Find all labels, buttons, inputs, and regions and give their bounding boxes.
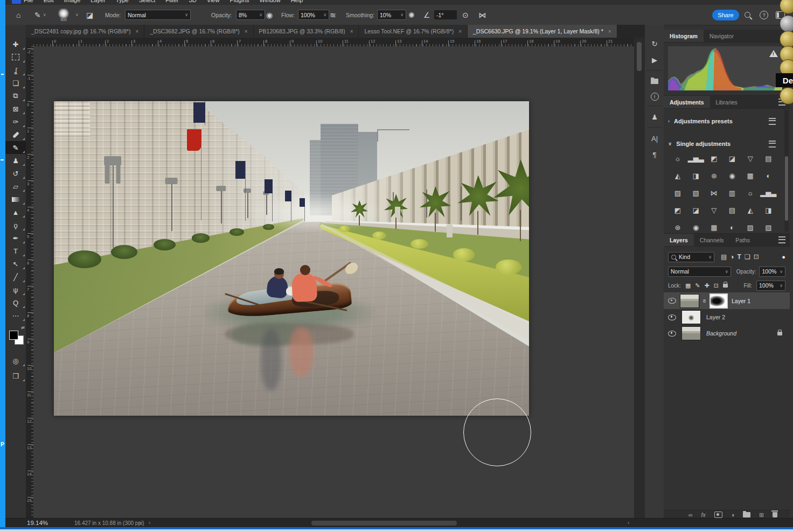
menu-item-image[interactable]: Image (64, 0, 81, 3)
filter-shape-icon[interactable]: ❏ (745, 253, 750, 261)
gradient-tool[interactable] (5, 193, 26, 206)
adjustment-icon[interactable]: ◪ (690, 205, 702, 215)
adjustment-icon[interactable]: ◭ (744, 205, 757, 215)
layer-filter-kind-select[interactable]: Kind∨ (668, 252, 714, 262)
document-tab-active[interactable]: _DSC6630.JPG @ 19.1% (Layer 1, Layer Mas… (468, 25, 617, 38)
tab-channels[interactable]: Channels (694, 234, 729, 246)
layer-row-background[interactable]: Background (664, 325, 790, 341)
horizontal-scrollbar[interactable] (311, 521, 457, 526)
blend-mode-select[interactable]: Normal∨ (125, 10, 191, 20)
tab-navigator[interactable]: Navigator (704, 30, 740, 42)
help-icon[interactable]: ? (760, 11, 768, 19)
lock-all-icon[interactable] (723, 284, 728, 288)
document-tab[interactable]: PB120683.JPG @ 33.3% (RGB/8)× (254, 25, 359, 38)
new-layer-icon[interactable]: ⊞ (759, 512, 764, 518)
brush-tool[interactable]: ✎ (5, 141, 26, 154)
lasso-tool[interactable]: ʆ (5, 64, 26, 76)
adjustment-icon[interactable]: ▨ (671, 187, 684, 198)
adjustment-icon[interactable]: ◉ (726, 170, 739, 181)
layer-thumbnail[interactable] (681, 310, 701, 324)
layer-thumbnail[interactable] (680, 294, 699, 308)
layer-row-layer2[interactable]: Layer 2 (664, 309, 790, 325)
close-icon[interactable]: × (245, 29, 248, 34)
ruler-origin-corner[interactable] (26, 38, 34, 47)
adjustment-icon[interactable]: ▂▅▃ (690, 153, 702, 164)
quick-mask-button[interactable]: ◎ (5, 354, 26, 367)
adjustment-icon[interactable]: ▤ (762, 153, 775, 164)
symmetry-butterfly-icon[interactable]: ⋈ (478, 11, 486, 19)
menu-item-file[interactable]: File (24, 0, 33, 3)
marquee-tool[interactable] (5, 51, 26, 64)
list-view-icon[interactable] (769, 141, 776, 148)
lock-paint-icon[interactable]: ✎ (695, 282, 700, 289)
clone-source-panel-icon[interactable]: ♟ (645, 110, 664, 124)
size-pressure-icon[interactable]: ⊙ (462, 11, 469, 19)
adjustment-icon[interactable]: ⊛ (671, 222, 684, 232)
filter-smart-object-icon[interactable]: ⊡ (754, 253, 759, 261)
filter-pixel-icon[interactable]: ▤ (721, 253, 727, 261)
adjustment-icon[interactable]: ▧ (762, 222, 775, 232)
crop-tool[interactable]: ⧉ (5, 89, 26, 102)
adjustment-icon[interactable]: ◨ (690, 170, 702, 181)
opacity-pressure-icon[interactable]: ◉ (266, 11, 273, 19)
layer-row-layer1[interactable]: 8 Layer 1 (664, 292, 790, 309)
layer-name[interactable]: Background (706, 330, 736, 337)
adjustment-icon[interactable]: ▽ (744, 153, 757, 164)
close-icon[interactable]: × (608, 29, 611, 34)
document-tab[interactable]: _DSC2481 copy.jpg @ 16.7% (RGB/8*)× (26, 25, 144, 38)
panel-menu-icon[interactable] (778, 236, 785, 243)
layer-effects-icon[interactable]: fx (701, 512, 706, 518)
list-view-icon[interactable] (769, 118, 776, 125)
adjustment-icon[interactable]: ▽ (707, 205, 720, 215)
filter-adjustment-icon[interactable]: ◑ (730, 253, 734, 261)
document-vertical-scrollbar[interactable] (634, 38, 644, 518)
eraser-tool[interactable]: ▱ (5, 180, 26, 193)
delete-layer-icon[interactable] (773, 512, 777, 517)
home-icon[interactable]: ⌂ (16, 11, 20, 19)
layer-opacity-field[interactable]: 100%∨ (759, 267, 785, 277)
mask-link-icon[interactable]: 8 (703, 298, 706, 304)
brush-picker-chevron[interactable]: ∨ (75, 12, 79, 17)
adjustment-icon[interactable]: ▦ (744, 170, 757, 181)
adjustment-icon[interactable]: ▨ (744, 222, 757, 232)
tool-preset-brush-icon[interactable]: ✎ (34, 11, 41, 19)
document-tab[interactable]: Lesso Tool.NEF @ 16.7% (RGB/8*)× (359, 25, 468, 38)
lock-transparent-icon[interactable]: ▦ (685, 282, 691, 289)
screen-mode-button[interactable]: ❒ (5, 369, 26, 382)
adjustment-icon[interactable]: ▧ (690, 187, 702, 198)
zoom-tool[interactable]: Q (5, 296, 26, 309)
edit-toolbar-icon[interactable]: ⋯ (5, 309, 26, 322)
tab-layers[interactable]: Layers (664, 234, 694, 246)
adjustment-icon[interactable]: ⊛ (707, 170, 720, 181)
opacity-field[interactable]: 8%∨ (236, 10, 265, 20)
history-brush-tool[interactable]: ↺ (5, 167, 26, 180)
menu-item-3d[interactable]: 3D (189, 0, 197, 3)
flow-field[interactable]: 100%∨ (298, 10, 329, 20)
move-tool[interactable]: ✚ (5, 38, 26, 51)
layer-name[interactable]: Layer 2 (706, 314, 725, 320)
visibility-eye-icon[interactable] (668, 298, 676, 304)
status-chevron-right[interactable]: › (139, 520, 141, 526)
scroll-chevron-right[interactable]: › (628, 520, 629, 526)
adjustment-icon[interactable]: ▤ (726, 205, 739, 215)
adjustment-icon[interactable]: ☼ (671, 153, 684, 164)
airbrush-icon[interactable]: ≋ (330, 11, 336, 19)
filter-type-icon[interactable]: T (738, 253, 741, 261)
eyedropper-tool[interactable]: ✑ (5, 115, 26, 128)
pen-tool[interactable]: ✒ (5, 232, 26, 244)
libraries-panel-icon[interactable] (645, 74, 664, 88)
adjustments-scrollbar[interactable] (784, 110, 789, 232)
brush-preset-picker[interactable]: 900 (57, 5, 70, 25)
menu-item-select[interactable]: Select (139, 0, 156, 3)
filter-toggle-icon[interactable]: ● (782, 254, 785, 260)
menu-item-layer[interactable]: Layer (91, 0, 106, 3)
close-icon[interactable]: × (458, 29, 462, 34)
single-adjustments-row[interactable]: ∨ Single adjustments (668, 139, 776, 149)
adjustment-icon[interactable]: ◭ (671, 170, 684, 181)
history-panel-icon[interactable]: ↻ (645, 37, 664, 51)
adjustment-icon[interactable]: ▥ (726, 187, 739, 198)
menu-item-filter[interactable]: Filter (165, 0, 178, 3)
blur-tool[interactable]: ▲ (5, 206, 26, 219)
clone-stamp-tool[interactable]: ♟ (5, 154, 26, 167)
adjustment-icon[interactable]: ◩ (707, 153, 720, 164)
